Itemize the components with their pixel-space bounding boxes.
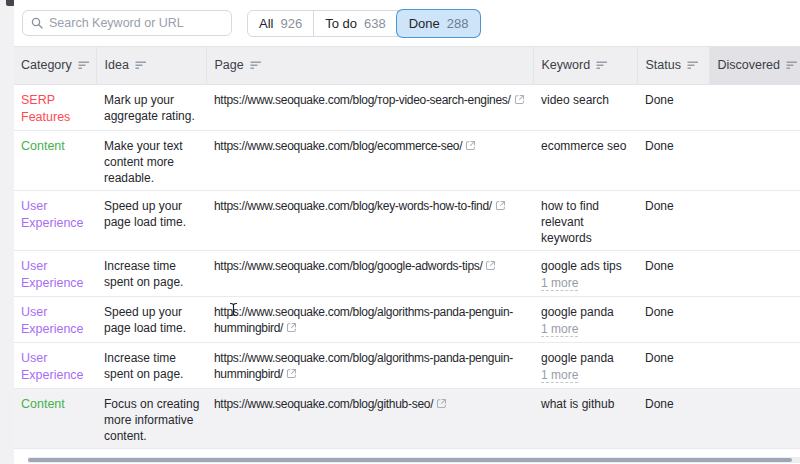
scrollbar-thumb[interactable] bbox=[28, 458, 792, 462]
keyword-text: google ads tips bbox=[541, 259, 622, 273]
column-header-idea[interactable]: Idea bbox=[96, 47, 206, 85]
filter-sort-icon[interactable] bbox=[786, 59, 798, 73]
idea-cell: Speed up your page load time. bbox=[96, 191, 206, 251]
column-header-discovered[interactable]: Discovered bbox=[709, 47, 800, 85]
external-link-icon[interactable] bbox=[286, 321, 297, 337]
filter-sort-icon[interactable] bbox=[596, 59, 608, 73]
column-header-status[interactable]: Status bbox=[637, 47, 709, 85]
keyword-cell: google panda1 more bbox=[533, 297, 637, 343]
page-cell: https://www.seoquake.com/blog/algorithms… bbox=[206, 343, 533, 389]
external-link-icon[interactable] bbox=[286, 367, 297, 383]
status-cell: Done bbox=[637, 297, 709, 343]
idea-cell: Speed up your page load time. bbox=[96, 297, 206, 343]
table-row[interactable]: ContentMake your text content more reada… bbox=[14, 131, 800, 191]
page-cell: https://www.seoquake.com/blog/github-seo… bbox=[206, 389, 533, 449]
filter-tab-to-do[interactable]: To do638 bbox=[314, 11, 398, 36]
horizontal-scrollbar[interactable] bbox=[28, 457, 800, 463]
keyword-cell: ecommerce seo bbox=[533, 131, 637, 191]
page-url: https://www.seoquake.com/blog/тop-video-… bbox=[214, 93, 511, 107]
status-cell: Done bbox=[637, 251, 709, 297]
filter-sort-icon[interactable] bbox=[250, 59, 262, 73]
filter-tab-done[interactable]: Done288 bbox=[397, 10, 481, 37]
category-cell: User Experience bbox=[14, 343, 96, 389]
keyword-cell: video search bbox=[533, 85, 637, 131]
idea-cell: Mark up your aggregate rating. bbox=[96, 85, 206, 131]
external-link-icon[interactable] bbox=[495, 199, 506, 215]
status-cell: Done bbox=[637, 131, 709, 191]
more-keywords-link[interactable]: 1 more bbox=[541, 277, 578, 291]
page-cell: https://www.seoquake.com/blog/google-adw… bbox=[206, 251, 533, 297]
status-filter-tabs: All926To do638Done288 bbox=[247, 10, 480, 37]
filter-tab-count: 926 bbox=[280, 16, 302, 31]
filter-tab-all[interactable]: All926 bbox=[248, 11, 314, 36]
page-url: https://www.seoquake.com/blog/google-adw… bbox=[214, 259, 482, 273]
table-header-row: Category Idea Page Keyword Status Discov… bbox=[14, 47, 800, 85]
discovered-cell bbox=[709, 297, 800, 343]
discovered-cell bbox=[709, 131, 800, 191]
search-icon bbox=[31, 17, 43, 29]
table-row[interactable]: ContentFocus on creating more informativ… bbox=[14, 389, 800, 449]
search-input[interactable] bbox=[49, 16, 223, 30]
keyword-text: video search bbox=[541, 93, 609, 107]
discovered-cell bbox=[709, 191, 800, 251]
table-body: SERP FeaturesMark up your aggregate rati… bbox=[14, 85, 800, 449]
external-link-icon[interactable] bbox=[514, 93, 525, 109]
external-link-icon[interactable] bbox=[465, 139, 476, 155]
seo-ideas-screen: All926To do638Done288 Category Idea Page… bbox=[0, 0, 800, 464]
status-cell: Done bbox=[637, 85, 709, 131]
more-keywords-link[interactable]: 1 more bbox=[541, 369, 578, 383]
keyword-text: how to find relevant keywords bbox=[541, 199, 599, 245]
ideas-table: Category Idea Page Keyword Status Discov… bbox=[14, 46, 800, 449]
page-cell: https://www.seoquake.com/blog/ecommerce-… bbox=[206, 131, 533, 191]
page-url: https://www.seoquake.com/blog/algorithms… bbox=[214, 305, 513, 335]
page-url: https://www.seoquake.com/blog/key-words-… bbox=[214, 199, 492, 213]
page-url: https://www.seoquake.com/blog/ecommerce-… bbox=[214, 139, 462, 153]
content-panel: All926To do638Done288 Category Idea Page… bbox=[14, 0, 800, 464]
discovered-cell bbox=[709, 343, 800, 389]
keyword-cell: what is github bbox=[533, 389, 637, 449]
column-header-keyword[interactable]: Keyword bbox=[533, 47, 637, 85]
page-cell: https://www.seoquake.com/blog/key-words-… bbox=[206, 191, 533, 251]
page-cell: https://www.seoquake.com/blog/тop-video-… bbox=[206, 85, 533, 131]
table-row[interactable]: User ExperienceIncrease time spent on pa… bbox=[14, 343, 800, 389]
idea-cell: Increase time spent on page. bbox=[96, 251, 206, 297]
idea-cell: Focus on creating more informative conte… bbox=[96, 389, 206, 449]
more-keywords-link[interactable]: 1 more bbox=[541, 323, 578, 337]
idea-cell: Increase time spent on page. bbox=[96, 343, 206, 389]
table-row[interactable]: User ExperienceSpeed up your page load t… bbox=[14, 191, 800, 251]
column-header-page[interactable]: Page bbox=[206, 47, 533, 85]
filter-tab-label: To do bbox=[325, 16, 357, 31]
filter-sort-icon[interactable] bbox=[78, 59, 90, 73]
filter-tab-label: All bbox=[259, 16, 273, 31]
keyword-cell: google panda1 more bbox=[533, 343, 637, 389]
status-cell: Done bbox=[637, 191, 709, 251]
page-url: https://www.seoquake.com/blog/algorithms… bbox=[214, 351, 513, 381]
idea-cell: Make your text content more readable. bbox=[96, 131, 206, 191]
filter-tab-label: Done bbox=[409, 16, 440, 31]
page-cell: https://www.seoquake.com/blog/algorithms… bbox=[206, 297, 533, 343]
table-row[interactable]: User ExperienceSpeed up your page load t… bbox=[14, 297, 800, 343]
filter-tab-count: 638 bbox=[364, 16, 386, 31]
filter-tab-count: 288 bbox=[447, 16, 469, 31]
keyword-text: ecommerce seo bbox=[541, 139, 626, 153]
category-cell: User Experience bbox=[14, 297, 96, 343]
toolbar: All926To do638Done288 bbox=[14, 0, 800, 46]
category-cell: SERP Features bbox=[14, 85, 96, 131]
table-row[interactable]: User ExperienceIncrease time spent on pa… bbox=[14, 251, 800, 297]
column-header-category[interactable]: Category bbox=[14, 47, 96, 85]
category-cell: User Experience bbox=[14, 191, 96, 251]
search-box[interactable] bbox=[22, 10, 232, 36]
keyword-cell: google ads tips1 more bbox=[533, 251, 637, 297]
keyword-text: google panda bbox=[541, 351, 614, 365]
status-cell: Done bbox=[637, 343, 709, 389]
status-cell: Done bbox=[637, 389, 709, 449]
category-cell: Content bbox=[14, 389, 96, 449]
filter-sort-icon[interactable] bbox=[135, 59, 147, 73]
filter-sort-icon[interactable] bbox=[687, 59, 699, 73]
table-row[interactable]: SERP FeaturesMark up your aggregate rati… bbox=[14, 85, 800, 131]
keyword-text: google panda bbox=[541, 305, 614, 319]
external-link-icon[interactable] bbox=[485, 259, 496, 275]
external-link-icon[interactable] bbox=[436, 397, 447, 413]
keyword-cell: how to find relevant keywords bbox=[533, 191, 637, 251]
discovered-cell bbox=[709, 389, 800, 449]
